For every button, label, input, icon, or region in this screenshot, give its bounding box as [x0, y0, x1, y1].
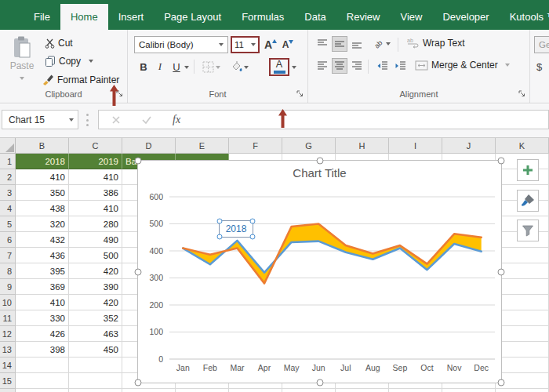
tab-view[interactable]: View [390, 4, 432, 30]
cell-B11[interactable]: 330 [16, 310, 69, 326]
cell-B3[interactable]: 350 [16, 185, 69, 201]
y-axis-label[interactable]: 600 [140, 192, 163, 201]
enter-icon[interactable] [141, 115, 152, 125]
tab-kutools[interactable]: Kutools ™ [500, 4, 549, 30]
chart-selection-handle[interactable] [498, 379, 505, 387]
cell-F16[interactable] [229, 389, 282, 392]
wrap-text-button[interactable]: ab Wrap Text [407, 38, 465, 49]
cell-C7[interactable]: 500 [69, 248, 122, 263]
cell-B9[interactable]: 369 [16, 279, 69, 295]
align-right-button[interactable] [349, 58, 365, 74]
number-format-combo[interactable]: Ge [534, 36, 549, 53]
textbox-handle[interactable] [217, 234, 223, 240]
cell-B10[interactable]: 410 [16, 295, 69, 310]
select-all-corner[interactable] [0, 138, 16, 154]
x-axis-label[interactable]: Jun [305, 363, 332, 372]
x-axis-label[interactable]: Oct [414, 363, 441, 372]
cell-K10[interactable] [496, 295, 549, 310]
cell-E16[interactable] [176, 389, 229, 392]
cell-B6[interactable]: 432 [16, 232, 69, 248]
row-header-10[interactable]: 10 [0, 295, 16, 310]
grow-font-button[interactable]: A [263, 37, 278, 53]
cell-B4[interactable]: 438 [16, 201, 69, 216]
font-name-combo[interactable]: Calibri (Body) [134, 36, 228, 53]
cell-K9[interactable] [496, 279, 549, 295]
x-axis-label[interactable]: Apr [251, 363, 278, 372]
underline-button[interactable]: U [169, 59, 184, 74]
align-left-button[interactable] [314, 58, 330, 74]
chart-selection-handle[interactable] [498, 158, 505, 165]
cell-B13[interactable]: 398 [16, 342, 69, 358]
row-header-16[interactable]: 16 [0, 389, 16, 392]
increase-indent-button[interactable] [392, 58, 408, 74]
x-axis-label[interactable]: Jul [333, 363, 359, 372]
row-header-2[interactable]: 2 [0, 169, 16, 185]
tab-data[interactable]: Data [294, 4, 336, 30]
alignment-dialog-launcher[interactable] [518, 89, 526, 98]
paste-button[interactable]: Paste [6, 36, 38, 82]
col-header-G[interactable]: G [282, 138, 336, 154]
textbox-handle[interactable] [250, 219, 256, 224]
chart-styles-button[interactable] [517, 190, 539, 212]
x-axis-label[interactable]: Nov [441, 363, 467, 372]
italic-button[interactable]: I [152, 59, 168, 74]
cell-J16[interactable] [442, 389, 496, 392]
col-header-H[interactable]: H [336, 138, 389, 154]
tab-review[interactable]: Review [336, 4, 391, 30]
name-box[interactable]: Chart 15 [2, 110, 78, 129]
y-axis-label[interactable]: 400 [140, 246, 163, 256]
cell-K16[interactable] [496, 389, 549, 392]
col-header-K[interactable]: K [496, 138, 549, 154]
merge-center-button[interactable]: Merge & Center [415, 60, 510, 71]
cell-D16[interactable] [122, 389, 176, 392]
shrink-font-button[interactable]: A [280, 37, 296, 53]
cut-button[interactable]: Cut [45, 38, 73, 49]
tab-insert[interactable]: Insert [108, 4, 155, 30]
y-axis-label[interactable]: 300 [140, 273, 163, 282]
cell-C9[interactable]: 390 [69, 279, 122, 295]
font-size-combo[interactable]: 11 [231, 36, 260, 53]
cell-C3[interactable]: 386 [69, 185, 122, 201]
cell-I16[interactable] [389, 389, 442, 392]
chart-selection-handle[interactable] [135, 158, 142, 165]
cell-C6[interactable]: 490 [69, 232, 122, 248]
formula-bar-resize-handle[interactable] [86, 114, 89, 126]
cell-B14[interactable] [16, 358, 69, 373]
cell-B1[interactable]: 2018 [16, 154, 69, 169]
row-header-5[interactable]: 5 [0, 216, 16, 232]
cell-B16[interactable] [16, 389, 69, 392]
cell-C12[interactable]: 463 [69, 326, 122, 342]
align-middle-button[interactable] [332, 36, 347, 52]
row-header-9[interactable]: 9 [0, 279, 16, 295]
align-center-button[interactable] [332, 58, 347, 74]
col-header-F[interactable]: F [229, 138, 282, 154]
series-label-textbox[interactable]: 2018 [219, 220, 253, 238]
row-header-11[interactable]: 11 [0, 310, 16, 326]
align-bottom-button[interactable] [349, 36, 365, 52]
row-header-8[interactable]: 8 [0, 263, 16, 279]
row-header-15[interactable]: 15 [0, 373, 16, 389]
chart-selection-handle[interactable] [498, 268, 505, 275]
x-axis-label[interactable]: Jan [169, 363, 196, 372]
cell-K11[interactable] [496, 310, 549, 326]
textbox-handle[interactable] [250, 234, 256, 240]
cell-C1[interactable]: 2019 [69, 154, 122, 169]
cell-C15[interactable] [69, 373, 122, 389]
bold-button[interactable]: B [136, 59, 151, 74]
tab-developer[interactable]: Developer [432, 4, 499, 30]
cell-B15[interactable] [16, 373, 69, 389]
cell-C4[interactable]: 410 [69, 201, 122, 216]
cell-C10[interactable]: 420 [69, 295, 122, 310]
insert-function-icon[interactable]: fx [173, 114, 180, 126]
textbox-handle[interactable] [217, 219, 223, 224]
col-header-C[interactable]: C [69, 138, 122, 154]
x-axis-label[interactable]: Aug [359, 363, 386, 372]
cell-B8[interactable]: 395 [16, 263, 69, 279]
cell-C11[interactable]: 352 [69, 310, 122, 326]
y-axis-label[interactable]: 0 [140, 354, 163, 364]
row-header-4[interactable]: 4 [0, 201, 16, 216]
copy-button[interactable]: Copy [45, 56, 93, 67]
tab-file[interactable]: File [24, 4, 60, 30]
format-painter-button[interactable]: Format Painter [42, 74, 119, 85]
cell-B2[interactable]: 410 [16, 169, 69, 185]
